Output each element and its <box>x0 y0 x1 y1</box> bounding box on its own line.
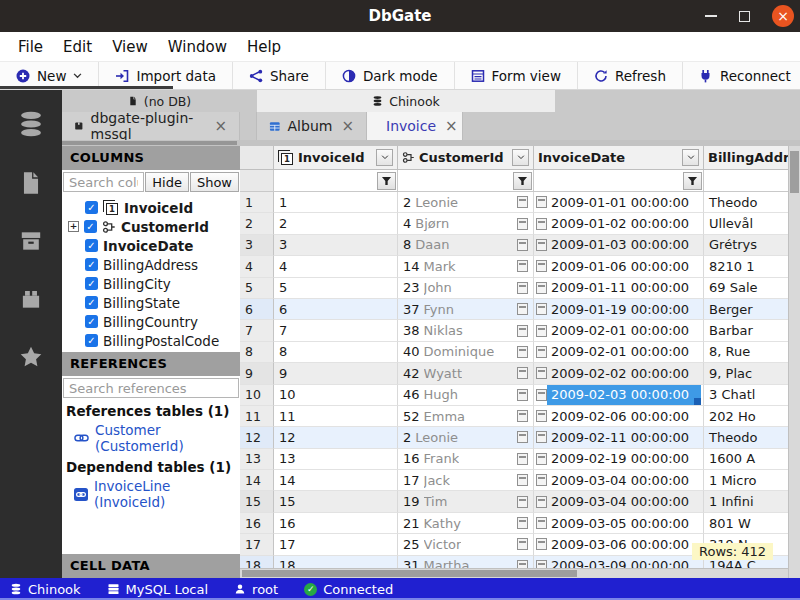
record-detail-icon[interactable] <box>517 325 528 337</box>
record-detail-icon[interactable] <box>517 367 528 379</box>
invoiceid-cell[interactable]: 1 <box>274 192 398 213</box>
billingaddress-cell[interactable]: Grétrys <box>704 235 788 256</box>
dependent-link-invoiceline[interactable]: InvoiceLine (InvoiceId) <box>62 476 240 512</box>
record-detail-icon[interactable] <box>517 389 528 401</box>
row-number-cell[interactable]: 14 <box>240 470 274 491</box>
record-detail-icon[interactable] <box>517 496 528 508</box>
invoicedate-cell[interactable]: 2009-02-02 00:00:00 <box>534 363 704 384</box>
customerid-cell[interactable]: 40 Dominique <box>398 342 534 363</box>
menu-file[interactable]: File <box>8 38 53 56</box>
row-number-cell[interactable]: 7 <box>240 320 274 341</box>
invoicedate-cell[interactable]: 2009-01-11 00:00:00 <box>534 278 704 299</box>
close-icon[interactable]: × <box>772 5 794 27</box>
invoicedate-cell[interactable]: 2009-03-04 00:00:00 <box>534 491 704 512</box>
record-detail-icon[interactable] <box>517 303 528 315</box>
search-columns-input[interactable] <box>63 172 144 192</box>
reconnect-button[interactable]: Reconnect <box>683 62 800 89</box>
column-item-invoiceid[interactable]: InvoiceId <box>62 198 240 217</box>
column-item-customerid[interactable]: CustomerId <box>62 217 240 236</box>
invoice-date-value[interactable]: 2009-01-06 00:00:00 <box>547 256 701 276</box>
column-header-invoicedate[interactable]: InvoiceDate <box>534 146 704 170</box>
row-number-cell[interactable]: 10 <box>240 385 274 406</box>
maximize-icon[interactable] <box>739 11 750 22</box>
billingaddress-cell[interactable]: 8210 1 <box>704 256 788 277</box>
billingaddress-cell[interactable]: 1600 A <box>704 449 788 470</box>
filter-menu-button[interactable] <box>683 172 702 190</box>
menu-edit[interactable]: Edit <box>53 38 102 56</box>
statusbar-connection[interactable]: MySQL Local <box>107 582 208 597</box>
column-item-billingaddress[interactable]: BillingAddress <box>62 255 240 274</box>
invoiceid-cell[interactable]: 10 <box>274 385 398 406</box>
billingaddress-cell[interactable]: Theodo <box>704 427 788 448</box>
plugin-icon[interactable] <box>18 286 44 312</box>
customerid-cell[interactable]: 16 Frank <box>398 449 534 470</box>
column-item-billingcity[interactable]: BillingCity <box>62 274 240 293</box>
customerid-cell[interactable]: 8 Daan <box>398 235 534 256</box>
record-detail-icon[interactable] <box>517 474 528 486</box>
toolbar-scrollbar[interactable] <box>0 86 173 89</box>
invoice-date-value[interactable]: 2009-02-11 00:00:00 <box>547 427 701 447</box>
form-view-button[interactable]: Form view <box>455 62 578 89</box>
menu-view[interactable]: View <box>102 38 158 56</box>
database-icon[interactable] <box>17 110 45 138</box>
customerid-cell[interactable]: 38 Niklas <box>398 320 534 341</box>
customerid-cell[interactable]: 21 Kathy <box>398 513 534 534</box>
show-button[interactable]: Show <box>190 172 239 192</box>
menu-window[interactable]: Window <box>158 38 237 56</box>
archive-icon[interactable] <box>18 228 44 254</box>
column-header-billingaddress[interactable]: BillingAddress <box>704 146 788 170</box>
record-detail-icon[interactable] <box>517 282 528 294</box>
column-menu-button[interactable] <box>512 149 529 166</box>
filter-input-billingaddress[interactable] <box>705 172 787 190</box>
invoice-date-value[interactable]: 2009-01-01 00:00:00 <box>547 192 701 212</box>
row-number-cell[interactable]: 16 <box>240 513 274 534</box>
invoiceid-cell[interactable]: 4 <box>274 256 398 277</box>
record-detail-icon[interactable] <box>517 538 528 550</box>
dark-mode-button[interactable]: Dark mode <box>326 62 455 89</box>
billingaddress-cell[interactable]: Barbar <box>704 320 788 341</box>
invoice-date-value[interactable]: 2009-03-04 00:00:00 <box>547 470 701 490</box>
close-icon[interactable]: × <box>341 117 354 135</box>
row-number-cell[interactable]: 2 <box>240 213 274 234</box>
invoiceid-cell[interactable]: 11 <box>274 406 398 427</box>
invoicedate-cell[interactable]: 2009-01-01 00:00:00 <box>534 192 704 213</box>
invoicedate-cell[interactable]: 2009-01-02 00:00:00 <box>534 213 704 234</box>
record-detail-icon[interactable] <box>517 410 528 422</box>
billingaddress-cell[interactable]: 202 Ho <box>704 406 788 427</box>
row-number-cell[interactable]: 1 <box>240 192 274 213</box>
checkbox-icon[interactable] <box>85 239 98 252</box>
invoiceid-cell[interactable]: 9 <box>274 363 398 384</box>
billingaddress-cell[interactable]: 1 Infini <box>704 491 788 512</box>
column-item-billingcountry[interactable]: BillingCountry <box>62 312 240 331</box>
column-item-invoicedate[interactable]: InvoiceDate <box>62 236 240 255</box>
billingaddress-cell[interactable]: 3 Chatl <box>704 385 788 406</box>
vertical-scrollbar-thumb[interactable] <box>790 151 799 193</box>
expand-icon[interactable] <box>68 221 79 232</box>
billingaddress-cell[interactable]: Berger <box>704 299 788 320</box>
row-number-cell[interactable]: 11 <box>240 406 274 427</box>
search-references-input[interactable] <box>63 378 239 398</box>
invoicedate-cell[interactable]: 2009-02-01 00:00:00 <box>534 320 704 341</box>
invoice-date-value[interactable]: 2009-03-06 00:00:00 <box>547 534 701 554</box>
invoice-date-value[interactable]: 2009-03-05 00:00:00 <box>547 513 701 533</box>
reference-link-customer[interactable]: Customer (CustomerId) <box>62 420 240 456</box>
invoice-date-value[interactable]: 2009-02-03 00:00:00 <box>547 385 701 405</box>
billingaddress-cell[interactable]: Theodo <box>704 192 788 213</box>
invoice-date-value[interactable]: 2009-02-01 00:00:00 <box>547 342 701 362</box>
invoiceid-cell[interactable]: 3 <box>274 235 398 256</box>
customerid-cell[interactable]: 37 Fynn <box>398 299 534 320</box>
invoice-date-value[interactable]: 2009-01-19 00:00:00 <box>547 299 701 319</box>
customerid-cell[interactable]: 19 Tim <box>398 491 534 512</box>
tabs-scrollbar-thumb[interactable] <box>62 141 237 145</box>
invoicedate-cell[interactable]: 2009-01-19 00:00:00 <box>534 299 704 320</box>
row-number-cell[interactable]: 13 <box>240 449 274 470</box>
row-number-cell[interactable]: 15 <box>240 491 274 512</box>
invoice-date-value[interactable]: 2009-02-02 00:00:00 <box>547 363 701 383</box>
checkbox-icon[interactable] <box>85 201 98 214</box>
record-detail-icon[interactable] <box>517 453 528 465</box>
invoiceid-cell[interactable]: 7 <box>274 320 398 341</box>
tab-dbgate-plugin-mssql[interactable]: dbgate-plugin-mssql × <box>62 112 240 140</box>
column-header-invoiceid[interactable]: InvoiceId <box>274 146 398 170</box>
invoice-date-value[interactable]: 2009-01-03 00:00:00 <box>547 235 701 255</box>
invoice-date-value[interactable]: 2009-02-06 00:00:00 <box>547 406 701 426</box>
